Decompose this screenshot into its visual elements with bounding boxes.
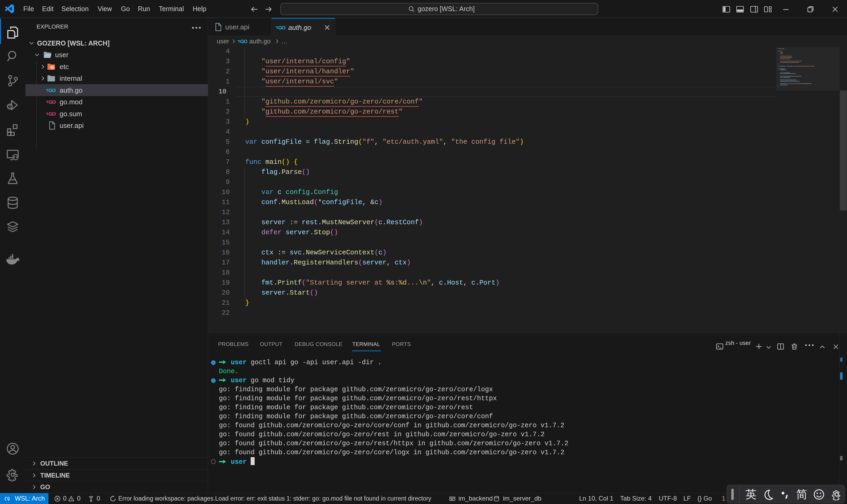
svg-text:GO: GO bbox=[49, 111, 56, 117]
svg-text:GO: GO bbox=[49, 99, 56, 105]
svg-text:GO: GO bbox=[49, 88, 56, 93]
svg-text:GO: GO bbox=[240, 39, 247, 44]
svg-text:GO: GO bbox=[278, 25, 285, 31]
